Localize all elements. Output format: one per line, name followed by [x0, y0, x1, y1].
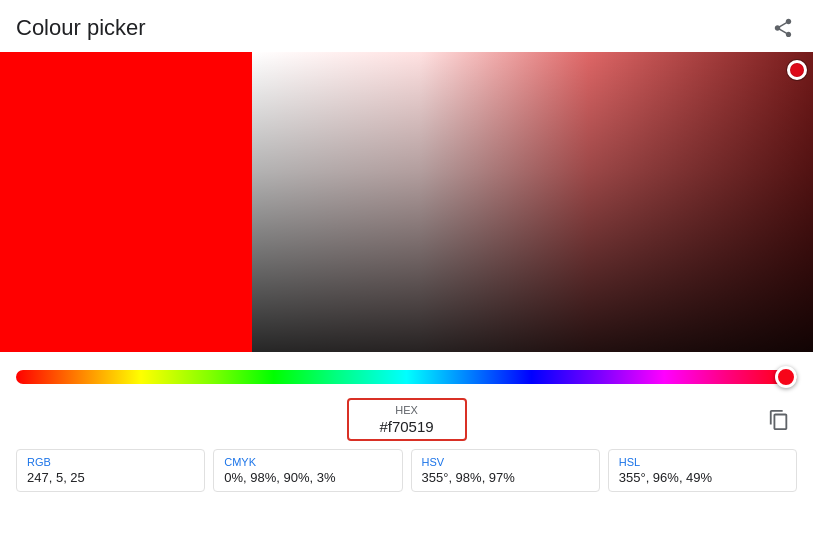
copy-button[interactable] — [761, 402, 797, 438]
color-formats-grid: RGB 247, 5, 25 CMYK 0%, 98%, 90%, 3% HSV… — [16, 449, 797, 492]
hex-input-wrapper[interactable]: HEX #f70519 — [347, 398, 467, 441]
hex-row: HEX #f70519 — [16, 398, 797, 441]
hsl-format-box[interactable]: HSL 355°, 96%, 49% — [608, 449, 797, 492]
hsv-label: HSV — [422, 456, 589, 468]
rgb-label: RGB — [27, 456, 194, 468]
rgb-value: 247, 5, 25 — [27, 470, 194, 485]
hex-value: #f70519 — [379, 418, 433, 435]
hsv-format-box[interactable]: HSV 355°, 98%, 97% — [411, 449, 600, 492]
hue-slider-container — [0, 352, 813, 394]
rgb-format-box[interactable]: RGB 247, 5, 25 — [16, 449, 205, 492]
hsl-label: HSL — [619, 456, 786, 468]
hue-slider[interactable] — [16, 370, 797, 384]
hsv-value: 355°, 98%, 97% — [422, 470, 589, 485]
hex-label: HEX — [395, 404, 418, 416]
color-picker-area[interactable] — [0, 52, 813, 352]
hue-thumb[interactable] — [775, 366, 797, 388]
cmyk-label: CMYK — [224, 456, 391, 468]
cmyk-value: 0%, 98%, 90%, 3% — [224, 470, 391, 485]
page-title: Colour picker — [16, 15, 146, 41]
header: Colour picker — [0, 0, 813, 52]
color-values-section: HEX #f70519 RGB 247, 5, 25 CMYK 0%, 98%,… — [0, 394, 813, 502]
cmyk-format-box[interactable]: CMYK 0%, 98%, 90%, 3% — [213, 449, 402, 492]
share-button[interactable] — [769, 14, 797, 42]
hsl-value: 355°, 96%, 49% — [619, 470, 786, 485]
